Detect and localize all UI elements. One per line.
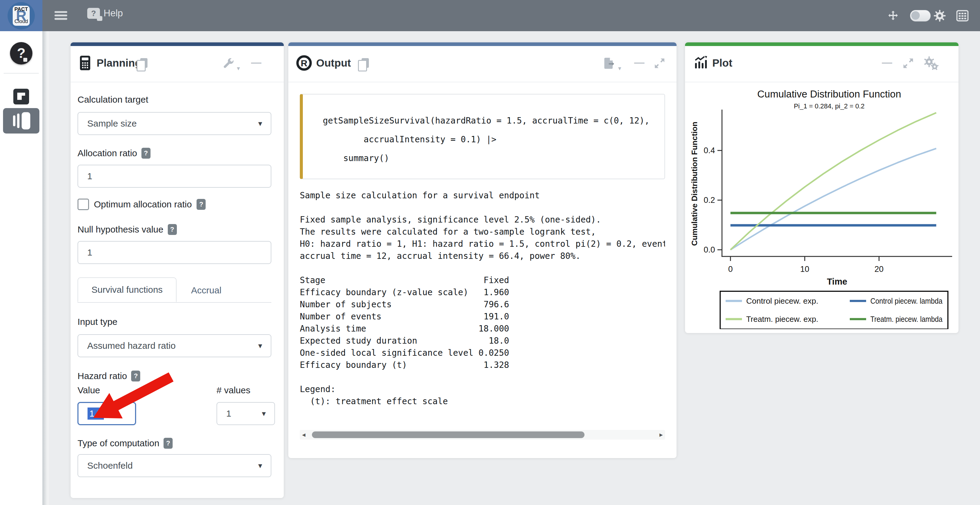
svg-text:Cumulative Distribution Functi: Cumulative Distribution Function — [757, 88, 901, 100]
scroll-right-icon[interactable]: ▸ — [657, 430, 665, 440]
optimum-allocation-checkbox-row[interactable]: Optimum allocation ratio ? — [78, 199, 206, 210]
wrench-icon — [222, 67, 235, 71]
planning-panel: Planning ▼ — Calculation target Sample s… — [70, 42, 284, 498]
plot-panel: Plot — Cumulative Distribution FunctionP… — [685, 42, 958, 333]
svg-text:Control piecew. lambda: Control piecew. lambda — [870, 297, 942, 305]
hazard-ratio-label: Hazard ratio? — [78, 371, 140, 381]
sidebar-item-panels-active[interactable] — [3, 108, 39, 133]
output-title: Output — [316, 57, 351, 69]
plot-settings-button[interactable] — [923, 56, 939, 71]
help-menu[interactable]: ? Help — [87, 8, 123, 19]
export-dropdown[interactable]: ▼ — [603, 56, 622, 72]
planning-tools-dropdown[interactable]: ▼ — [222, 57, 241, 72]
help-badge-icon[interactable]: ? — [197, 199, 206, 210]
theme-toggle[interactable] — [910, 10, 931, 22]
scroll-left-icon[interactable]: ◂ — [300, 430, 308, 440]
plot-collapse-button[interactable]: — — [882, 56, 892, 68]
toggle-knob — [911, 11, 920, 20]
chart-icon — [694, 56, 708, 71]
calculation-target-select[interactable]: Sample size▼ — [78, 112, 271, 135]
help-badge-icon[interactable]: ? — [142, 148, 151, 159]
svg-text:Treatm. piecew. exp.: Treatm. piecew. exp. — [746, 315, 818, 323]
help-icon: ? — [87, 8, 100, 19]
cdf-chart: Cumulative Distribution FunctionPi_1 = 0… — [686, 83, 957, 329]
calculator-icon — [78, 55, 92, 72]
r-code: getSampleSizeSurvival(hazardRatio = 1.5,… — [303, 94, 665, 168]
grid-icon — [956, 18, 969, 22]
output-horizontal-scrollbar[interactable]: ◂ ▸ — [300, 430, 665, 440]
tabs-underline — [78, 302, 271, 303]
tab-accrual[interactable]: Accrual — [177, 278, 236, 302]
plot-title: Plot — [712, 57, 732, 69]
hazard-ratio-value-input[interactable]: 1,5 — [78, 402, 136, 425]
code-block: getSampleSizeSurvival(hazardRatio = 1.5,… — [300, 94, 665, 179]
help-badge-icon[interactable]: ? — [168, 224, 177, 235]
type-of-computation-label: Type of computation? — [78, 438, 173, 449]
output-collapse-button[interactable]: — — [634, 56, 644, 68]
chevron-down-icon: ▼ — [257, 462, 264, 470]
fullscreen-button[interactable] — [887, 9, 899, 23]
value-label: Value — [78, 385, 100, 395]
svg-text:0.4: 0.4 — [703, 146, 715, 155]
apps-grid-button[interactable] — [956, 10, 969, 22]
num-values-label: # values — [216, 385, 250, 395]
left-sidebar: ? — [0, 31, 42, 505]
planning-tabs: Survival functions Accrual — [78, 277, 236, 302]
plot-accent-bar — [685, 42, 958, 46]
planning-collapse-button[interactable]: — — [251, 56, 261, 68]
output-header: R Output ▼ — — [288, 46, 676, 83]
svg-text:0: 0 — [728, 265, 733, 274]
r-logo-icon: R — [296, 55, 312, 72]
planning-header: Planning ▼ — — [70, 46, 284, 83]
file-export-icon — [603, 67, 616, 71]
planning-title: Planning — [97, 57, 142, 69]
svg-text:Control piecew. exp.: Control piecew. exp. — [746, 297, 818, 305]
copy-icon[interactable] — [358, 58, 369, 71]
main-vertical-scrollbar[interactable] — [42, 31, 49, 505]
help-badge-icon[interactable]: ? — [131, 371, 140, 381]
hamburger-icon — [54, 19, 68, 23]
gears-icon — [923, 67, 939, 71]
tab-survival-functions[interactable]: Survival functions — [78, 277, 177, 302]
expand-icon — [653, 66, 666, 71]
plot-header: Plot — — [685, 46, 958, 83]
null-hypothesis-input[interactable]: 1 — [78, 241, 271, 264]
sidebar-toggle-button[interactable] — [54, 8, 68, 23]
help-badge-icon[interactable]: ? — [164, 438, 173, 449]
svg-text:Cumulative Distribution Functi: Cumulative Distribution Function — [690, 122, 699, 246]
sidebar-item-board[interactable] — [13, 89, 29, 105]
plot-expand-button[interactable] — [902, 57, 915, 71]
svg-text:R: R — [301, 58, 307, 68]
svg-text:Treatm. piecew. lambda: Treatm. piecew. lambda — [870, 315, 942, 323]
help-label: Help — [103, 8, 123, 19]
topbar: R PACT Cloud ? Help — [0, 0, 980, 31]
output-expand-button[interactable] — [653, 57, 666, 71]
input-type-select[interactable]: Assumed hazard ratio▼ — [78, 334, 271, 357]
svg-text:10: 10 — [800, 265, 809, 274]
settings-button[interactable] — [933, 10, 946, 23]
calculation-target-label: Calculation target — [78, 94, 148, 105]
output-accent-bar — [288, 42, 676, 46]
allocation-ratio-label: Allocation ratio? — [78, 148, 151, 159]
chevron-down-icon: ▼ — [257, 342, 264, 350]
arrows-alt-icon — [887, 18, 899, 23]
gear-icon — [933, 19, 946, 23]
svg-text:20: 20 — [875, 265, 884, 274]
sidebar-divider — [4, 73, 39, 73]
svg-text:Time: Time — [827, 277, 847, 286]
chevron-down-icon: ▼ — [257, 120, 264, 128]
num-values-select[interactable]: 1▼ — [216, 402, 275, 425]
allocation-ratio-input[interactable]: 1 — [78, 165, 271, 188]
scrollbar-thumb[interactable] — [312, 432, 584, 438]
selected-text: 1,5 — [88, 408, 104, 419]
svg-text:Pi_1 = 0.284, pi_2 = 0.2: Pi_1 = 0.284, pi_2 = 0.2 — [794, 102, 865, 110]
app-logo[interactable]: R PACT Cloud — [0, 0, 42, 31]
copy-icon[interactable] — [137, 58, 148, 71]
type-of-computation-select[interactable]: Schoenfeld▼ — [78, 454, 271, 477]
checkbox-unchecked[interactable] — [78, 199, 89, 210]
input-type-label: Input type — [78, 317, 118, 327]
user-avatar[interactable]: ? — [10, 42, 32, 65]
expand-icon — [902, 66, 915, 71]
rpact-cloud-app: R PACT Cloud ? Help — [0, 0, 980, 505]
avatar-badge — [23, 58, 27, 62]
